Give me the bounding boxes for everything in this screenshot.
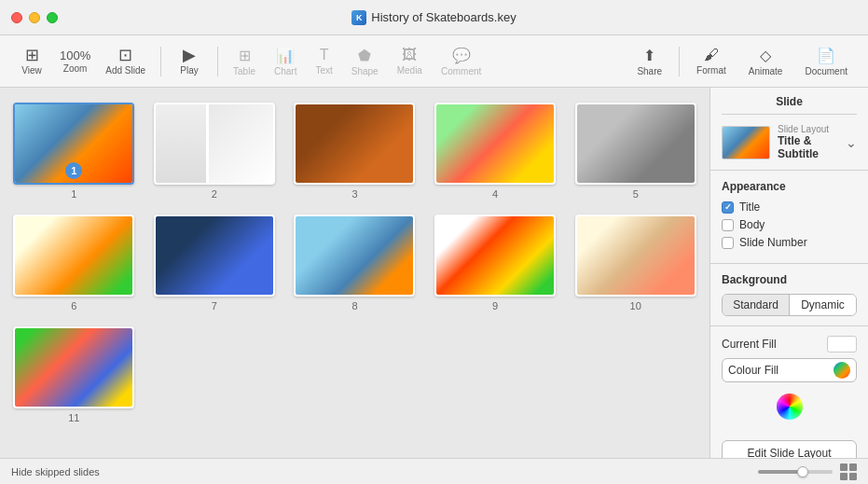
color-wheel[interactable]	[777, 394, 803, 420]
hide-skipped-label[interactable]: Hide skipped slides	[11, 466, 100, 477]
slide-preview-2: SKATEBOARDS	[156, 104, 273, 183]
slide-item-5[interactable]: 5	[572, 103, 698, 200]
zoom-icon: 100%	[60, 49, 90, 62]
grid-cell-4	[849, 473, 857, 480]
slide-item-8[interactable]: 8	[292, 214, 418, 311]
dynamic-background-button[interactable]: Dynamic	[790, 295, 856, 315]
maximize-button[interactable]	[47, 12, 58, 23]
edit-slide-layout-button[interactable]: Edit Slide Layout	[722, 440, 857, 458]
grid-view-button[interactable]	[840, 463, 857, 480]
keynote-icon: K	[351, 10, 366, 25]
view-icon: ⊞	[25, 47, 39, 63]
slide-thumb-3[interactable]	[294, 103, 415, 185]
media-button[interactable]: 🖼 Media	[390, 43, 430, 79]
minimize-button[interactable]	[29, 12, 40, 23]
slide-num-7: 7	[212, 300, 217, 311]
format-tab-button[interactable]: 🖌 Format	[687, 43, 736, 79]
comment-icon: 💬	[452, 47, 471, 64]
document-tab-button[interactable]: 📄 Document	[795, 43, 857, 80]
color-wheel-container	[722, 390, 857, 423]
view-button[interactable]: ⊞ View	[11, 43, 52, 79]
slide-num-9: 9	[492, 300, 498, 311]
main-content: 1 1 SKATEBOARDS 2	[0, 88, 868, 458]
chart-icon: 📊	[276, 47, 295, 64]
slide-number-checkbox[interactable]	[722, 237, 734, 249]
slide-thumb-2[interactable]: SKATEBOARDS	[154, 103, 275, 185]
table-button[interactable]: ⊞ Table	[226, 43, 263, 80]
current-fill-swatch[interactable]	[827, 336, 857, 353]
slide-item-4[interactable]: 4	[433, 103, 558, 200]
slide-thumb-6[interactable]	[13, 214, 134, 297]
slide-thumb-9[interactable]	[434, 214, 556, 297]
document-icon: 📄	[817, 47, 835, 64]
slide-preview-6	[15, 216, 132, 295]
add-slide-button[interactable]: ⊡ Add Slide	[98, 43, 153, 79]
slide-item-11[interactable]: 11	[11, 326, 137, 423]
close-button[interactable]	[11, 12, 22, 23]
slide-num-5: 5	[633, 188, 639, 200]
slide-thumb-10[interactable]	[575, 214, 696, 297]
zoom-button[interactable]: 100% Zoom	[52, 46, 98, 77]
bottom-bar: Hide skipped slides	[0, 458, 868, 484]
grid-cell-1	[840, 463, 847, 471]
slide-item-10[interactable]: 10	[572, 214, 698, 311]
slide-item-1[interactable]: 1 1	[11, 103, 137, 200]
toolbar-insert-group: ⊞ Table 📊 Chart T Text ⬟ Shape 🖼 Media 💬…	[226, 43, 489, 80]
standard-background-button[interactable]: Standard	[723, 295, 790, 315]
right-panel-title: Slide	[722, 95, 857, 115]
slide-item-2[interactable]: SKATEBOARDS 2	[152, 103, 278, 200]
layout-chevron-icon[interactable]: ⌄	[846, 135, 857, 150]
share-button[interactable]: ⬆ Share	[627, 43, 671, 80]
zoom-slider-thumb	[797, 466, 808, 477]
grid-cell-2	[849, 463, 857, 471]
slide-num-4: 4	[492, 188, 498, 200]
window-title: K History of Skateboards.key	[351, 10, 516, 25]
slide-thumb-4[interactable]	[434, 103, 556, 185]
slide-thumb-8[interactable]	[294, 214, 415, 297]
slide-thumb-11[interactable]	[13, 326, 134, 408]
shape-button[interactable]: ⬟ Shape	[344, 43, 386, 80]
slide-preview-4	[436, 104, 554, 183]
slide-item-9[interactable]: 9	[433, 214, 558, 311]
slide-item-7[interactable]: 7	[152, 214, 278, 311]
zoom-slider[interactable]	[758, 470, 833, 474]
title-checkbox-row: Title	[722, 201, 857, 214]
animate-tab-button[interactable]: ◇ Animate	[739, 43, 792, 80]
right-panel-header: Slide	[710, 88, 868, 115]
slide-preview-11	[15, 328, 132, 407]
slide-preview-3	[296, 104, 413, 183]
body-checkbox-row: Body	[722, 218, 857, 231]
body-checkbox[interactable]	[722, 219, 734, 231]
share-icon: ⬆	[643, 47, 655, 64]
colour-fill-dropdown[interactable]: Colour Fill	[722, 358, 857, 382]
current-fill-row: Current Fill	[722, 336, 857, 353]
slide-thumb-5[interactable]	[575, 103, 696, 185]
title-checkbox-label: Title	[739, 201, 760, 214]
comment-button[interactable]: 💬 Comment	[434, 43, 489, 80]
zoom-controls	[758, 463, 857, 480]
title-checkbox[interactable]	[722, 201, 734, 214]
slide-preview-1: 1	[15, 104, 132, 183]
chart-button[interactable]: 📊 Chart	[267, 43, 304, 80]
slide-num-2: 2	[212, 188, 217, 200]
animate-icon: ◇	[760, 47, 771, 64]
titlebar: K History of Skateboards.key	[0, 0, 868, 35]
slide-num-1: 1	[71, 188, 76, 200]
body-checkbox-label: Body	[739, 218, 765, 231]
slide-num-3: 3	[351, 188, 357, 200]
appearance-section: Appearance Title Body Slide Number	[710, 171, 868, 264]
play-button[interactable]: ▶ Play	[169, 43, 210, 79]
layout-preview-inner	[723, 127, 769, 159]
slide-preview-7	[156, 216, 273, 295]
slide-item-3[interactable]: 3	[292, 103, 418, 200]
slide-num-6: 6	[71, 300, 76, 311]
text-button[interactable]: T Text	[308, 43, 339, 79]
shape-icon: ⬟	[358, 47, 371, 64]
slide-preview-5	[577, 104, 695, 183]
window-controls	[11, 12, 58, 23]
slide-thumb-1[interactable]: 1	[13, 103, 134, 185]
slides-panel: 1 1 SKATEBOARDS 2	[0, 88, 710, 458]
slide-item-6[interactable]: 6	[11, 214, 137, 311]
slide-thumb-7[interactable]	[154, 214, 275, 297]
colour-fill-icon	[834, 362, 850, 379]
